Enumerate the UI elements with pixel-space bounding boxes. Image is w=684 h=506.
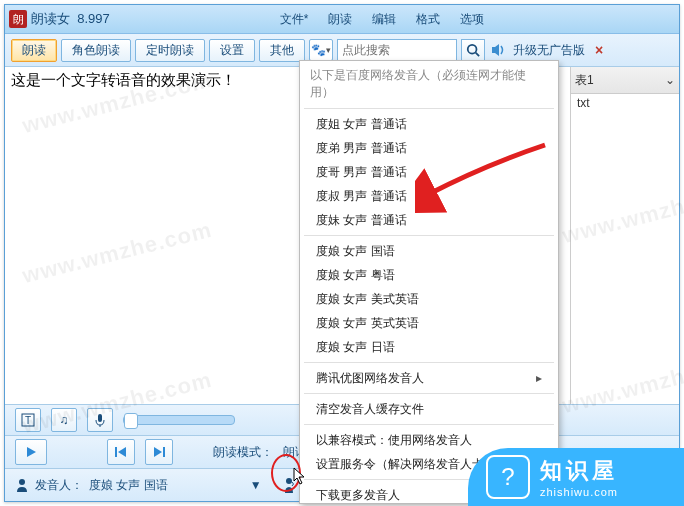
menu-header: 以下是百度网络发音人（必须连网才能使用） <box>300 63 558 105</box>
menu-item-voice[interactable]: 度妹 女声 普通话 <box>300 208 558 232</box>
menu-item-voice[interactable]: 度娘 女声 英式英语 <box>300 311 558 335</box>
svg-point-0 <box>468 45 477 54</box>
play-button[interactable] <box>15 439 47 465</box>
menu-item-voice[interactable]: 度娘 女声 日语 <box>300 335 558 359</box>
side-list[interactable]: txt <box>571 94 679 404</box>
menu-item-voice[interactable]: 度弟 男声 普通话 <box>300 136 558 160</box>
menu-item-tencent[interactable]: 腾讯优图网络发音人 <box>300 366 558 390</box>
svg-marker-7 <box>27 447 36 457</box>
voice-current[interactable]: 度娘 女声 国语 <box>89 477 168 494</box>
paw-icon-button[interactable]: 🐾▾ <box>309 39 333 61</box>
side-tab-label: 表1 <box>575 72 594 89</box>
voice-context-menu: 以下是百度网络发音人（必须连网才能使用） 度姐 女声 普通话 度弟 男声 普通话… <box>299 60 559 504</box>
app-icon: 朗 <box>9 10 27 28</box>
svg-marker-10 <box>154 447 162 457</box>
menu-item-voice[interactable]: 度哥 男声 普通话 <box>300 160 558 184</box>
tab-role-read[interactable]: 角色朗读 <box>61 39 131 62</box>
badge-text: 知识屋 zhishiwu.com <box>540 456 618 498</box>
menu-separator <box>304 235 554 236</box>
person-icon <box>15 478 29 492</box>
svg-point-13 <box>286 478 292 484</box>
menu-bar: 文件* 朗读 编辑 格式 选项 <box>270 7 495 32</box>
svg-rect-5 <box>98 414 102 422</box>
read-mode-label: 朗读模式： <box>213 444 273 461</box>
chevron-down-icon: ⌄ <box>665 73 675 87</box>
search-button[interactable] <box>461 39 485 61</box>
svg-marker-9 <box>118 447 126 457</box>
search-input[interactable] <box>338 43 456 57</box>
upgrade-link[interactable]: 升级无广告版 <box>513 42 585 59</box>
tab-other[interactable]: 其他 <box>259 39 305 62</box>
menu-format[interactable]: 格式 <box>406 7 450 32</box>
svg-marker-2 <box>492 44 499 56</box>
menu-item-voice[interactable]: 度叔 男声 普通话 <box>300 184 558 208</box>
tab-timer-read[interactable]: 定时朗读 <box>135 39 205 62</box>
menu-file[interactable]: 文件* <box>270 7 319 32</box>
music-button[interactable]: ♫ <box>51 408 77 432</box>
list-item[interactable]: txt <box>577 96 673 110</box>
menu-edit[interactable]: 编辑 <box>362 7 406 32</box>
menu-separator <box>304 362 554 363</box>
svg-line-1 <box>476 53 480 57</box>
menu-item-voice[interactable]: 度娘 女声 粤语 <box>300 263 558 287</box>
app-title: 朗读女 8.997 <box>31 10 110 28</box>
side-tab-selector[interactable]: 表1 ⌄ <box>571 67 679 94</box>
svg-point-12 <box>19 479 25 485</box>
side-pane: 表1 ⌄ txt <box>571 67 679 404</box>
next-button[interactable] <box>145 439 173 465</box>
menu-separator <box>304 424 554 425</box>
svg-text:T: T <box>25 415 31 426</box>
badge-icon: ? <box>486 455 530 499</box>
badge-name: 知识屋 <box>540 456 618 486</box>
menu-read[interactable]: 朗读 <box>318 7 362 32</box>
menu-item-voice[interactable]: 度娘 女声 国语 <box>300 239 558 263</box>
progress-slider[interactable] <box>123 415 235 425</box>
voice-dropdown-arrow[interactable]: ▼ <box>250 478 262 492</box>
menu-item-voice[interactable]: 度娘 女声 美式英语 <box>300 287 558 311</box>
svg-rect-8 <box>115 447 117 457</box>
menu-item-clear-cache[interactable]: 清空发音人缓存文件 <box>300 397 558 421</box>
menu-item-voice[interactable]: 度姐 女声 普通话 <box>300 112 558 136</box>
search-box <box>337 39 457 61</box>
voice-person-icon[interactable] <box>282 477 296 493</box>
voice-label: 发音人： <box>35 477 83 494</box>
mic-button[interactable] <box>87 408 113 432</box>
menu-separator <box>304 393 554 394</box>
zhishiwu-badge: ? 知识屋 zhishiwu.com <box>468 448 684 506</box>
close-button[interactable]: × <box>595 42 603 58</box>
tab-read[interactable]: 朗读 <box>11 39 57 62</box>
svg-rect-11 <box>163 447 165 457</box>
title-bar: 朗 朗读女 8.997 文件* 朗读 编辑 格式 选项 <box>5 5 679 34</box>
volume-icon[interactable] <box>489 40 509 60</box>
text-content: 这是一个文字转语音的效果演示！ <box>11 71 236 88</box>
tab-settings[interactable]: 设置 <box>209 39 255 62</box>
menu-separator <box>304 108 554 109</box>
app-version: 8.997 <box>77 11 110 26</box>
app-name: 朗读女 <box>31 11 70 26</box>
badge-domain: zhishiwu.com <box>540 486 618 498</box>
text-tool-button[interactable]: T <box>15 408 41 432</box>
menu-options[interactable]: 选项 <box>450 7 494 32</box>
prev-button[interactable] <box>107 439 135 465</box>
